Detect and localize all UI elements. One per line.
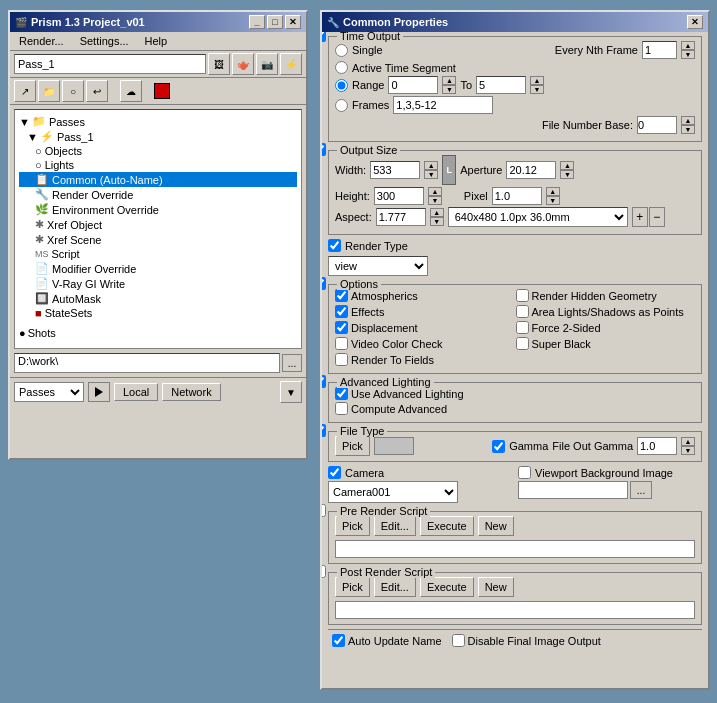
height-input[interactable] (374, 187, 424, 205)
file-type-pick-btn[interactable]: Pick (335, 436, 370, 456)
video-color-checkbox[interactable] (335, 337, 348, 350)
range-from-down[interactable]: ▼ (442, 85, 456, 94)
tree-modifier-override[interactable]: 📄 Modifier Override (19, 261, 297, 276)
gamma-input[interactable] (637, 437, 677, 455)
folder-icon[interactable]: 📁 (38, 80, 60, 102)
gamma-up[interactable]: ▲ (681, 437, 695, 446)
post-render-script-input[interactable] (335, 601, 695, 619)
tree-objects[interactable]: ○ Objects (19, 144, 297, 158)
menu-render[interactable]: Render... (15, 34, 68, 48)
pre-render-script-input[interactable] (335, 540, 695, 558)
menu-help[interactable]: Help (141, 34, 172, 48)
tree-render-override[interactable]: 🔧 Render Override (19, 187, 297, 202)
gamma-down[interactable]: ▼ (681, 446, 695, 455)
render-type-checkbox[interactable] (328, 239, 341, 252)
effects-label[interactable]: Effects (335, 305, 515, 318)
path-browse-button[interactable]: ... (282, 354, 302, 372)
height-down[interactable]: ▼ (428, 196, 442, 205)
back-icon[interactable]: ↩ (86, 80, 108, 102)
super-black-checkbox[interactable] (516, 337, 529, 350)
post-execute-btn[interactable]: Execute (420, 577, 474, 597)
pixel-input[interactable] (492, 187, 542, 205)
render-to-fields-label[interactable]: Render To Fields (335, 353, 515, 366)
file-num-up[interactable]: ▲ (681, 116, 695, 125)
camera-checkbox[interactable] (328, 466, 341, 479)
pixel-down[interactable]: ▼ (546, 196, 560, 205)
range-from-up[interactable]: ▲ (442, 76, 456, 85)
output-size-checkbox[interactable] (322, 143, 326, 156)
tree-vray-gi[interactable]: 📄 V-Ray GI Write (19, 276, 297, 291)
use-advanced-checkbox[interactable] (335, 387, 348, 400)
viewport-bg-checkbox[interactable] (518, 466, 531, 479)
network-button[interactable]: Network (162, 383, 220, 401)
tree-lights[interactable]: ○ Lights (19, 158, 297, 172)
force-2sided-checkbox[interactable] (516, 321, 529, 334)
camera-icon[interactable]: 📷 (256, 53, 278, 75)
tree-common[interactable]: 📋 Common (Auto-Name) (19, 172, 297, 187)
width-down[interactable]: ▼ (424, 170, 438, 179)
post-pick-btn[interactable]: Pick (335, 577, 370, 597)
file-num-input[interactable] (637, 116, 677, 134)
aspect-up[interactable]: ▲ (430, 208, 444, 217)
cloud-icon[interactable]: ☁ (120, 80, 142, 102)
pre-new-btn[interactable]: New (478, 516, 514, 536)
maximize-button[interactable]: □ (267, 15, 283, 29)
post-new-btn[interactable]: New (478, 577, 514, 597)
tree-automask[interactable]: 🔲 AutoMask (19, 291, 297, 306)
range-from-input[interactable] (388, 76, 438, 94)
frames-input[interactable] (393, 96, 493, 114)
aperture-down[interactable]: ▼ (560, 170, 574, 179)
video-color-label[interactable]: Video Color Check (335, 337, 515, 350)
use-advanced-label[interactable]: Use Advanced Lighting (335, 387, 695, 400)
disable-final-checkbox[interactable] (452, 634, 465, 647)
pre-execute-btn[interactable]: Execute (420, 516, 474, 536)
range-to-input[interactable] (476, 76, 526, 94)
file-type-checkbox[interactable] (322, 424, 326, 437)
teapot-icon[interactable]: 🫖 (232, 53, 254, 75)
preset-dropdown[interactable]: 640x480 1.0px 36.0mm (448, 207, 628, 227)
aspect-down[interactable]: ▼ (430, 217, 444, 226)
auto-update-checkbox[interactable] (332, 634, 345, 647)
pre-edit-btn[interactable]: Edit... (374, 516, 416, 536)
range-to-down[interactable]: ▼ (530, 85, 544, 94)
tree-env-override[interactable]: 🌿 Environment Override (19, 202, 297, 217)
flash-icon[interactable]: ⚡ (280, 53, 302, 75)
every-nth-input[interactable] (642, 41, 677, 59)
atmospherics-label[interactable]: Atmospherics (335, 289, 515, 302)
play-button[interactable] (88, 382, 110, 402)
force-2sided-label[interactable]: Force 2-Sided (516, 321, 696, 334)
range-to-up[interactable]: ▲ (530, 76, 544, 85)
aspect-input[interactable] (376, 208, 426, 226)
tree-statesets[interactable]: ■ StateSets (19, 306, 297, 320)
props-close-button[interactable]: ✕ (687, 15, 703, 29)
passes-select[interactable]: Passes (14, 382, 84, 402)
move-icon[interactable]: ↗ (14, 80, 36, 102)
effects-checkbox[interactable] (335, 305, 348, 318)
tree-shots[interactable]: ● Shots (19, 326, 297, 340)
minimize-button[interactable]: _ (249, 15, 265, 29)
settings-arrow-btn[interactable]: ▼ (280, 381, 302, 403)
l-badge[interactable]: L (442, 155, 456, 185)
super-black-label[interactable]: Super Black (516, 337, 696, 350)
height-up[interactable]: ▲ (428, 187, 442, 196)
range-radio[interactable] (335, 79, 348, 92)
auto-update-label[interactable]: Auto Update Name (332, 634, 442, 647)
disable-final-label[interactable]: Disable Final Image Output (452, 634, 601, 647)
aperture-input[interactable] (506, 161, 556, 179)
time-output-checkbox[interactable] (322, 32, 326, 42)
tree-pass1[interactable]: ▼ ⚡ Pass_1 (19, 129, 297, 144)
render-icon[interactable]: 🖼 (208, 53, 230, 75)
pre-render-checkbox[interactable] (322, 504, 326, 517)
compute-advanced-label[interactable]: Compute Advanced (335, 402, 695, 415)
single-radio[interactable] (335, 44, 348, 57)
viewport-bg-input[interactable] (518, 481, 628, 499)
camera-dropdown[interactable]: Camera001 (328, 481, 458, 503)
active-time-radio[interactable] (335, 61, 348, 74)
file-num-down[interactable]: ▼ (681, 125, 695, 134)
tree-root-passes[interactable]: ▼ 📁 Passes (19, 114, 297, 129)
frames-radio[interactable] (335, 99, 348, 112)
tree-script[interactable]: MS Script (19, 247, 297, 261)
preset-remove-btn[interactable]: − (649, 207, 665, 227)
color-icon[interactable] (154, 83, 170, 99)
close-button[interactable]: ✕ (285, 15, 301, 29)
